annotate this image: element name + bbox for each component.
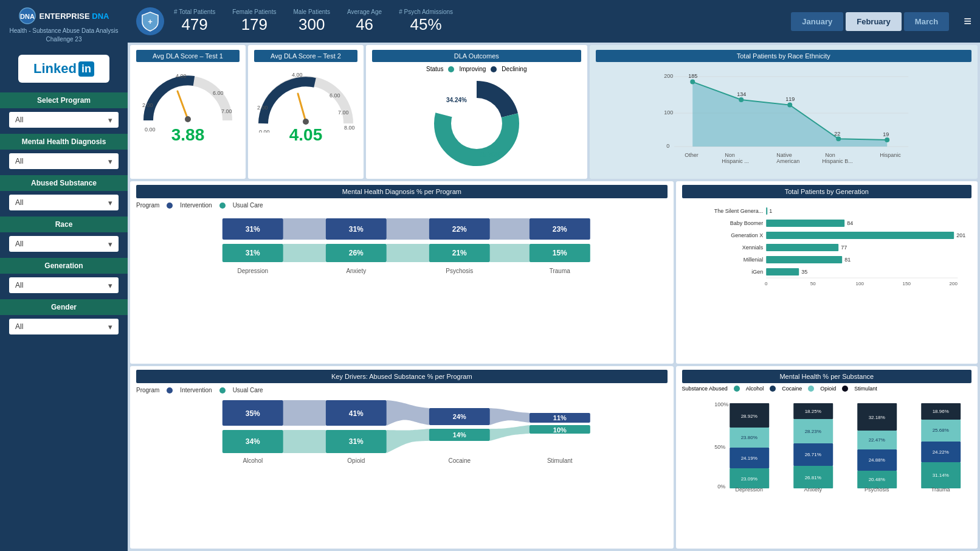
svg-text:31%: 31% xyxy=(349,225,364,234)
usual-care-dot xyxy=(219,203,226,209)
svg-text:Other: Other xyxy=(685,152,699,158)
mental-health-select[interactable]: All xyxy=(9,153,119,169)
svg-text:35: 35 xyxy=(801,269,807,275)
svg-text:Non: Non xyxy=(825,152,835,158)
kd-program-label: Program xyxy=(136,387,159,393)
kd-sankey-chart: 35% 34% 41% 31% 24% 14% xyxy=(136,397,668,473)
generation-select[interactable]: All xyxy=(9,277,119,293)
svg-text:23.80%: 23.80% xyxy=(740,435,757,440)
march-tab[interactable]: March xyxy=(904,12,949,31)
svg-text:185: 185 xyxy=(688,73,697,79)
dla-outcomes-card: DLA Outcomes Status Improving Declining xyxy=(366,45,587,179)
dla-test2-card: Avg DLA Score – Test 2 0.00 2.00 4.00 6.… xyxy=(248,45,364,179)
race-dropdown-wrapper[interactable]: All xyxy=(9,236,119,252)
svg-text:10%: 10% xyxy=(553,426,567,434)
key-drivers-card: Key Drivers: Abused Substance % per Prog… xyxy=(130,366,674,549)
svg-text:34%: 34% xyxy=(246,437,260,446)
svg-text:26.81%: 26.81% xyxy=(804,475,821,480)
svg-text:119: 119 xyxy=(785,96,795,102)
february-tab[interactable]: February xyxy=(846,12,902,31)
stat-psych: # Psych Admissions 45% xyxy=(399,9,453,34)
logo-top: DNA ENTERPRISE DNA xyxy=(19,7,109,24)
svg-text:24%: 24% xyxy=(453,413,466,420)
svg-text:Hispanic ...: Hispanic ... xyxy=(722,158,749,164)
kd-legend: Program Intervention Usual Care xyxy=(136,387,668,393)
svg-text:24.19%: 24.19% xyxy=(740,456,757,461)
svg-text:31%: 31% xyxy=(349,437,364,446)
svg-text:The Silent Genera...: The Silent Genera... xyxy=(714,208,763,214)
svg-text:35%: 35% xyxy=(246,409,260,418)
svg-text:14%: 14% xyxy=(453,431,466,438)
svg-text:DNA: DNA xyxy=(20,13,35,20)
svg-text:77: 77 xyxy=(841,244,847,251)
svg-text:Stimulant: Stimulant xyxy=(547,457,573,464)
svg-text:0: 0 xyxy=(765,281,768,286)
dla-test2-gauge: 0.00 2.00 4.00 6.00 7.00 8.00 xyxy=(254,66,357,133)
generation-dropdown-wrapper[interactable]: All xyxy=(9,277,119,293)
female-value: 179 xyxy=(241,15,267,34)
bottom-row: Mental Health Diagnosis % per Program Pr… xyxy=(130,181,978,549)
alcohol-dot xyxy=(734,386,740,392)
race-ethnicity-card: Total Patients by Race Ethnicity 200 100… xyxy=(590,45,978,179)
svg-text:26%: 26% xyxy=(349,249,364,257)
header-stats: # Total Patients 479 Female Patients 179… xyxy=(174,9,781,34)
substance-select[interactable]: All xyxy=(9,195,119,210)
dla-outcomes-donut: 34.24% 65.76% xyxy=(428,75,525,166)
substance-dropdown-wrapper[interactable]: All xyxy=(9,195,119,210)
svg-text:100: 100 xyxy=(664,109,673,116)
kd-header: Key Drivers: Abused Substance % per Prog… xyxy=(136,370,668,383)
female-label: Female Patients xyxy=(232,9,276,15)
program-select[interactable]: All xyxy=(9,112,119,128)
content-area: Avg DLA Score – Test 1 0.00 2.00 4.00 6.… xyxy=(128,43,980,551)
mental-health-dropdown-wrapper[interactable]: All xyxy=(9,153,119,169)
hamburger-menu-icon[interactable]: ≡ xyxy=(964,13,971,29)
sidebar: DNA ENTERPRISE DNA Health - Substance Ab… xyxy=(0,0,128,551)
program-dropdown-wrapper[interactable]: All xyxy=(9,112,119,128)
svg-text:134: 134 xyxy=(737,91,746,97)
gender-filter-label: Gender xyxy=(0,299,128,315)
intervention-label: Intervention xyxy=(180,202,212,209)
svg-text:24.22%: 24.22% xyxy=(932,449,948,455)
svg-text:22.47%: 22.47% xyxy=(868,437,885,443)
svg-text:200: 200 xyxy=(949,281,958,286)
svg-rect-98 xyxy=(766,244,838,251)
gender-dropdown-wrapper[interactable]: All xyxy=(9,319,119,334)
svg-text:6.00: 6.00 xyxy=(330,92,340,99)
psych-value: 45% xyxy=(410,15,442,34)
gender-select[interactable]: All xyxy=(9,319,119,334)
race-ethnicity-chart: 200 100 0 xyxy=(596,66,971,172)
cocaine-dot xyxy=(770,386,776,392)
svg-point-11 xyxy=(303,119,309,125)
svg-text:100: 100 xyxy=(855,281,864,286)
svg-point-31 xyxy=(739,97,744,102)
svg-text:Non: Non xyxy=(725,152,735,158)
opioid-dot xyxy=(808,386,814,392)
dla-test1-value: 3.88 xyxy=(171,125,205,145)
kd-usual-care-dot xyxy=(219,387,226,393)
svg-text:31%: 31% xyxy=(246,249,260,257)
generation-card: Total Patients by Generation The Silent … xyxy=(676,181,978,364)
brand-label: ENTERPRISE DNA xyxy=(40,12,109,21)
svg-text:11%: 11% xyxy=(553,414,567,421)
race-select[interactable]: All xyxy=(9,236,119,252)
svg-text:0.00: 0.00 xyxy=(259,129,270,133)
linkedin-text: Linked xyxy=(33,61,77,77)
svg-text:0%: 0% xyxy=(717,483,725,490)
outcomes-legend: Status Improving Declining xyxy=(426,66,526,72)
kd-usual-care-label: Usual Care xyxy=(233,387,263,393)
stat-female: Female Patients 179 xyxy=(232,9,276,34)
svg-text:Depression: Depression xyxy=(735,487,763,493)
svg-point-32 xyxy=(787,103,792,108)
svg-text:28.23%: 28.23% xyxy=(804,429,821,434)
svg-text:0: 0 xyxy=(666,143,669,149)
month-tabs: January February March xyxy=(791,12,949,31)
svg-text:Generation X: Generation X xyxy=(731,232,763,238)
svg-text:Trauma: Trauma xyxy=(550,268,571,274)
svg-text:84: 84 xyxy=(847,220,853,226)
january-tab[interactable]: January xyxy=(791,12,843,31)
svg-text:25.68%: 25.68% xyxy=(932,428,948,433)
svg-text:18.25%: 18.25% xyxy=(804,409,821,414)
logo-area: DNA ENTERPRISE DNA Health - Substance Ab… xyxy=(0,0,128,49)
svg-text:Baby Boomer: Baby Boomer xyxy=(730,220,763,226)
declining-label: Declining xyxy=(502,66,526,72)
